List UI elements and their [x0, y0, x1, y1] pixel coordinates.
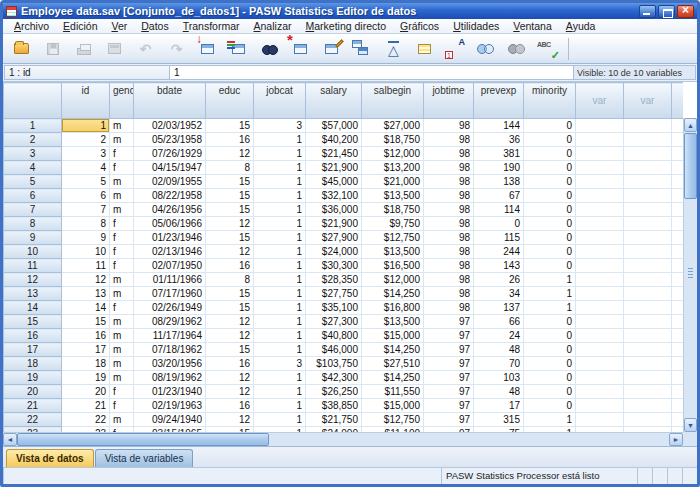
- data-cell[interactable]: 98: [424, 175, 474, 189]
- data-cell[interactable]: $16,800: [362, 301, 424, 315]
- data-cell[interactable]: 98: [424, 147, 474, 161]
- data-cell[interactable]: 02/13/1946: [134, 245, 206, 259]
- row-header[interactable]: 6: [4, 189, 62, 203]
- row-header[interactable]: 4: [4, 161, 62, 175]
- data-cell[interactable]: $27,300: [306, 315, 362, 329]
- data-cell[interactable]: 02/09/1955: [134, 175, 206, 189]
- data-cell[interactable]: f: [110, 245, 134, 259]
- data-cell[interactable]: $103,750: [306, 357, 362, 371]
- data-cell[interactable]: 3: [254, 357, 306, 371]
- data-cell[interactable]: [576, 203, 624, 217]
- row-header[interactable]: 9: [4, 231, 62, 245]
- data-cell[interactable]: [576, 301, 624, 315]
- data-cell[interactable]: [672, 287, 684, 301]
- row-header[interactable]: 13: [4, 287, 62, 301]
- menu-ayuda[interactable]: Ayuda: [559, 20, 603, 32]
- column-header-var[interactable]: var: [576, 83, 624, 119]
- data-cell[interactable]: 4: [62, 161, 110, 175]
- data-cell[interactable]: [576, 273, 624, 287]
- row-header[interactable]: 7: [4, 203, 62, 217]
- data-cell[interactable]: 0: [524, 161, 576, 175]
- row-header[interactable]: 5: [4, 175, 62, 189]
- data-cell[interactable]: 12: [206, 147, 254, 161]
- data-cell[interactable]: 97: [424, 343, 474, 357]
- data-cell[interactable]: 1: [254, 217, 306, 231]
- horizontal-scrollbar[interactable]: ◄ ►: [3, 432, 683, 446]
- data-cell[interactable]: 1: [254, 189, 306, 203]
- data-cell[interactable]: 0: [524, 175, 576, 189]
- data-cell[interactable]: [624, 161, 672, 175]
- row-header[interactable]: 1: [4, 119, 62, 133]
- data-cell[interactable]: 98: [424, 231, 474, 245]
- find-icon[interactable]: [254, 36, 285, 62]
- data-cell[interactable]: 0: [524, 217, 576, 231]
- horizontal-scroll-thumb[interactable]: [17, 433, 269, 446]
- data-cell[interactable]: 98: [424, 301, 474, 315]
- data-cell[interactable]: 13: [62, 287, 110, 301]
- data-cell[interactable]: [624, 315, 672, 329]
- menu-archivo[interactable]: Archivo: [7, 20, 56, 32]
- data-cell[interactable]: 09/24/1940: [134, 413, 206, 427]
- data-cell[interactable]: m: [110, 371, 134, 385]
- data-cell[interactable]: $16,500: [362, 259, 424, 273]
- data-cell[interactable]: $14,250: [362, 371, 424, 385]
- data-cell[interactable]: 1: [524, 273, 576, 287]
- use-variable-sets-icon[interactable]: [471, 36, 502, 62]
- menu-gr-ficos[interactable]: Gráficos: [393, 20, 446, 32]
- data-cell[interactable]: 11/17/1964: [134, 329, 206, 343]
- data-cell[interactable]: [672, 399, 684, 413]
- data-cell[interactable]: 1: [254, 259, 306, 273]
- data-cell[interactable]: 1: [254, 371, 306, 385]
- data-cell[interactable]: $27,900: [306, 231, 362, 245]
- data-cell[interactable]: 1: [254, 245, 306, 259]
- data-cell[interactable]: 12: [206, 385, 254, 399]
- data-cell[interactable]: 98: [424, 245, 474, 259]
- data-cell[interactable]: 0: [524, 133, 576, 147]
- data-cell[interactable]: 1: [524, 287, 576, 301]
- data-cell[interactable]: m: [110, 175, 134, 189]
- data-cell[interactable]: [672, 371, 684, 385]
- data-cell[interactable]: $27,750: [306, 287, 362, 301]
- data-cell[interactable]: [624, 357, 672, 371]
- data-cell[interactable]: [624, 147, 672, 161]
- data-cell[interactable]: $30,300: [306, 259, 362, 273]
- data-cell[interactable]: [576, 399, 624, 413]
- data-cell[interactable]: 48: [474, 385, 524, 399]
- data-cell[interactable]: 22: [62, 413, 110, 427]
- data-cell[interactable]: [672, 301, 684, 315]
- data-cell[interactable]: m: [110, 329, 134, 343]
- data-cell[interactable]: 17: [62, 343, 110, 357]
- data-cell[interactable]: 0: [524, 343, 576, 357]
- data-cell[interactable]: 0: [524, 231, 576, 245]
- data-cell[interactable]: 0: [474, 217, 524, 231]
- data-cell[interactable]: 0: [524, 357, 576, 371]
- cell-editor[interactable]: 1: [170, 65, 574, 80]
- vertical-scrollbar[interactable]: ▲ ▼: [683, 118, 697, 432]
- value-labels-icon[interactable]: 1A: [440, 36, 471, 62]
- data-cell[interactable]: [624, 301, 672, 315]
- data-cell[interactable]: 1: [254, 413, 306, 427]
- data-cell[interactable]: [672, 315, 684, 329]
- vertical-splitter-grip[interactable]: [688, 268, 693, 278]
- data-cell[interactable]: [672, 385, 684, 399]
- data-cell[interactable]: [576, 357, 624, 371]
- data-cell[interactable]: 138: [474, 175, 524, 189]
- column-header-gender[interactable]: gender: [110, 83, 134, 119]
- data-cell[interactable]: 34: [474, 287, 524, 301]
- undo-icon[interactable]: ↶: [130, 36, 161, 62]
- data-cell[interactable]: 97: [424, 399, 474, 413]
- data-cell[interactable]: $21,900: [306, 161, 362, 175]
- data-cell[interactable]: m: [110, 315, 134, 329]
- data-cell[interactable]: 98: [424, 287, 474, 301]
- data-cell[interactable]: 15: [206, 343, 254, 357]
- data-cell[interactable]: $12,000: [362, 273, 424, 287]
- data-cell[interactable]: 0: [524, 203, 576, 217]
- column-header-var[interactable]: [672, 83, 684, 119]
- data-cell[interactable]: [672, 147, 684, 161]
- data-cell[interactable]: [624, 371, 672, 385]
- menu-transformar[interactable]: Transformar: [176, 20, 247, 32]
- open-file-icon[interactable]: [6, 36, 37, 62]
- data-cell[interactable]: 0: [524, 399, 576, 413]
- data-cell[interactable]: 12: [206, 413, 254, 427]
- data-cell[interactable]: 0: [524, 259, 576, 273]
